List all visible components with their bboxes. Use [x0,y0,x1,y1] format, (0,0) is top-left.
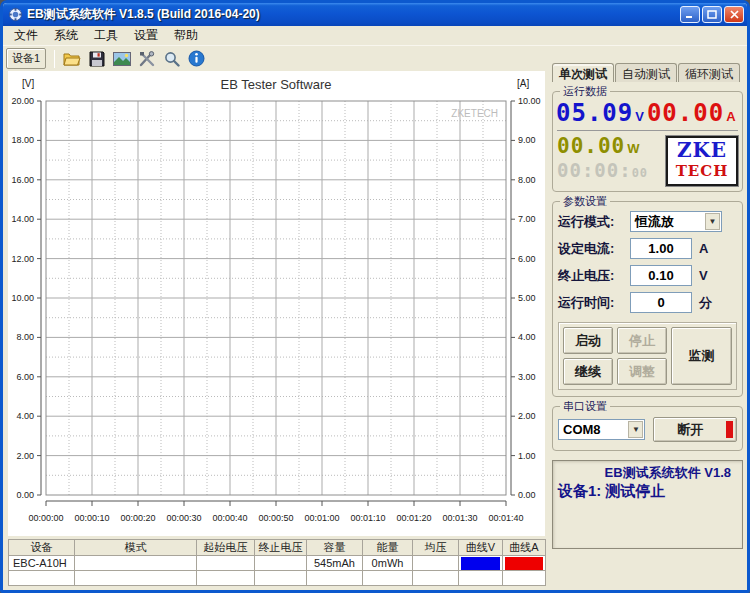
menu-tools[interactable]: 工具 [86,25,126,46]
cutoff-voltage-unit: V [699,268,708,283]
start-button[interactable]: 启动 [563,327,613,354]
run-mode-select[interactable]: 恒流放 ▼ [630,211,722,232]
svg-text:10.00: 10.00 [11,293,34,303]
image-icon[interactable] [109,48,134,70]
stop-button[interactable]: 停止 [617,327,667,354]
avg-voltage-cell[interactable] [413,556,459,571]
maximize-button[interactable] [702,6,722,23]
close-button[interactable] [724,6,744,23]
curve-v-cell[interactable] [459,556,503,571]
col-capacity[interactable]: 容量 [307,540,363,556]
power-display: 00.00W [557,134,648,158]
cutoff-voltage-input[interactable]: 0.10 [630,265,692,286]
chevron-down-icon[interactable]: ▼ [628,421,643,438]
svg-text:8.00: 8.00 [518,175,536,185]
col-device[interactable]: 设备 [9,540,75,556]
set-current-input[interactable]: 1.00 [630,238,692,259]
maximize-icon [707,10,717,19]
chart-panel: 20.0010.0018.009.0016.008.0014.007.0012.… [8,71,545,536]
col-end-voltage[interactable]: 终止电压 [255,540,307,556]
run-data-group: 运行数据 05.09V 00.00A 00.00W 00:00:00 [552,91,743,192]
run-time-unit: 分 [699,294,712,312]
adjust-button[interactable]: 调整 [617,358,667,385]
resume-button[interactable]: 继续 [563,358,613,385]
mode-cell[interactable] [75,556,197,571]
open-folder-icon[interactable] [59,48,84,70]
disconnect-button[interactable]: 断开 [653,417,737,442]
menu-help[interactable]: 帮助 [166,25,206,46]
col-avg-voltage[interactable]: 均压 [413,540,459,556]
tab-cycle-test[interactable]: 循环测试 [678,63,740,82]
capacity-cell[interactable]: 545mAh [307,556,363,571]
svg-text:10.00: 10.00 [518,96,541,106]
menu-file[interactable]: 文件 [6,25,46,46]
status-device-state: 设备1: 测试停止 [558,482,737,501]
com-port-select[interactable]: COM8 ▼ [558,419,645,440]
svg-text:00:00:40: 00:00:40 [212,513,247,523]
curve-a-swatch[interactable] [505,557,543,570]
parameters-label: 参数设置 [560,195,610,207]
minimize-button[interactable] [680,6,700,23]
app-window: EB测试系统软件 V1.8.5 (Build 2016-04-20) 文件 系统… [0,0,750,593]
connection-indicator [726,421,733,438]
title-bar[interactable]: EB测试系统软件 V1.8.5 (Build 2016-04-20) [3,3,747,26]
run-data-label: 运行数据 [560,85,610,97]
svg-text:00:00:00: 00:00:00 [28,513,63,523]
svg-text:00:00:10: 00:00:10 [74,513,109,523]
serial-group: 串口设置 COM8 ▼ 断开 [552,406,743,451]
svg-text:EB Tester Software: EB Tester Software [220,77,331,92]
tools-icon[interactable] [134,48,159,70]
eb-tester-chart: 20.0010.0018.009.0016.008.0014.007.0012.… [8,71,545,536]
svg-text:[A]: [A] [517,78,529,89]
close-icon [730,10,739,19]
save-icon[interactable] [84,48,109,70]
monitor-button[interactable]: 监测 [671,327,732,385]
col-energy[interactable]: 能量 [363,540,413,556]
table-row-empty[interactable] [9,571,546,586]
svg-text:18.00: 18.00 [11,135,34,145]
energy-cell[interactable]: 0mWh [363,556,413,571]
chevron-down-icon[interactable]: ▼ [705,213,720,230]
menu-bar: 文件 系统 工具 设置 帮助 [3,26,747,46]
end-voltage-cell[interactable] [255,556,307,571]
zketech-logo: ZKE TECH [666,136,738,186]
col-curve-v[interactable]: 曲线V [459,540,503,556]
device-cell[interactable]: EBC-A10H [9,556,75,571]
voltage-current-display: 05.09V 00.00A [553,92,742,127]
svg-text:00:01:30: 00:01:30 [442,513,477,523]
svg-text:00:01:20: 00:01:20 [396,513,431,523]
control-buttons: 启动 停止 监测 继续 调整 [558,322,737,390]
col-mode[interactable]: 模式 [75,540,197,556]
start-voltage-cell[interactable] [197,556,255,571]
set-current-label: 设定电流: [558,240,630,258]
menu-system[interactable]: 系统 [46,25,86,46]
info-icon[interactable] [184,48,209,70]
device-1-button[interactable]: 设备1 [6,48,46,69]
current-display: 00.00A [647,101,739,125]
col-start-voltage[interactable]: 起始电压 [197,540,255,556]
minimize-icon [685,10,695,19]
tab-single-test[interactable]: 单次测试 [552,63,614,82]
curve-a-cell[interactable] [503,556,546,571]
app-icon [8,7,23,22]
svg-text:00:00:20: 00:00:20 [120,513,155,523]
zoom-icon[interactable] [159,48,184,70]
svg-text:14.00: 14.00 [11,214,34,224]
svg-text:00:01:10: 00:01:10 [350,513,385,523]
svg-text:1.00: 1.00 [518,451,536,461]
results-table: 设备 模式 起始电压 终止电压 容量 能量 均压 曲线V 曲线A EBC-A10… [8,539,545,586]
toolbar-separator [54,50,55,68]
table-row[interactable]: EBC-A10H 545mAh 0mWh [9,556,546,571]
menu-settings[interactable]: 设置 [126,25,166,46]
svg-text:9.00: 9.00 [518,135,536,145]
svg-text:00:00:50: 00:00:50 [258,513,293,523]
run-mode-label: 运行模式: [558,213,630,231]
tab-auto-test[interactable]: 自动测试 [615,63,677,82]
svg-text:3.00: 3.00 [518,372,536,382]
display-divider [557,130,738,131]
svg-text:ZKETECH: ZKETECH [451,108,498,119]
run-time-input[interactable]: 0 [630,292,692,313]
col-curve-a[interactable]: 曲线A [503,540,546,556]
curve-v-swatch[interactable] [461,557,500,570]
svg-text:6.00: 6.00 [518,254,536,264]
